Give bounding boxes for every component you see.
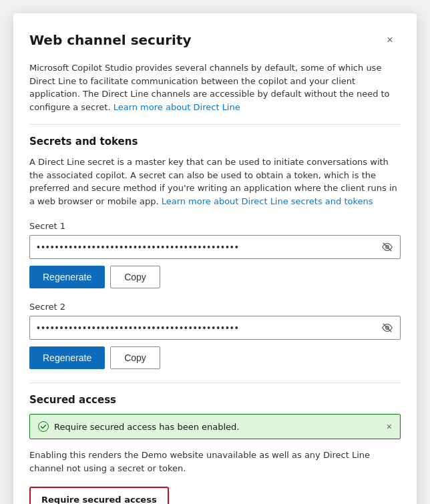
eye-icon	[381, 322, 393, 334]
web-channel-security-modal: Web channel security × Microsoft Copilot…	[13, 13, 417, 504]
secret1-input-row	[29, 235, 401, 259]
secured-access-desc: Enabling this renders the Demo website u…	[29, 449, 401, 475]
secret1-group: Secret 1 Regenerate Copy	[29, 221, 401, 288]
eye-icon	[381, 241, 393, 253]
intro-text: Microsoft Copilot Studio provides severa…	[29, 61, 401, 113]
divider-2	[29, 383, 401, 383]
secret2-group: Secret 2 Regenerate Copy	[29, 302, 401, 369]
secured-access-title: Secured access	[29, 394, 401, 406]
banner-close-icon: ×	[387, 421, 392, 432]
secret2-regenerate-button[interactable]: Regenerate	[29, 346, 105, 369]
learn-more-direct-line-link[interactable]: Learn more about Direct Line	[114, 102, 240, 112]
divider-1	[29, 124, 401, 125]
modal-title: Web channel security	[29, 32, 192, 48]
secret2-copy-button[interactable]: Copy	[110, 346, 160, 369]
secret1-btn-row: Regenerate Copy	[29, 266, 401, 288]
close-icon: ×	[387, 34, 393, 46]
secret1-copy-button[interactable]: Copy	[110, 266, 160, 288]
svg-point-4	[39, 422, 49, 432]
secret1-input[interactable]	[30, 242, 375, 252]
close-button[interactable]: ×	[379, 29, 401, 51]
secret2-input-row	[29, 316, 401, 340]
secret1-label: Secret 1	[29, 221, 401, 231]
secret2-btn-row: Regenerate Copy	[29, 346, 401, 369]
secret2-reveal-button[interactable]	[375, 322, 400, 334]
secured-access-section: Secured access Require secured access ha…	[29, 394, 401, 504]
secrets-section-title: Secrets and tokens	[29, 136, 401, 148]
success-banner-content: Require secured access has been enabled.	[38, 421, 239, 432]
success-banner-text: Require secured access has been enabled.	[54, 422, 239, 432]
require-access-label: Require secured access	[41, 495, 157, 504]
modal-header: Web channel security ×	[29, 29, 401, 51]
success-icon	[38, 421, 49, 432]
secrets-section: Secrets and tokens A Direct Line secret …	[29, 136, 401, 369]
secret1-reveal-button[interactable]	[375, 241, 400, 253]
success-banner: Require secured access has been enabled.…	[29, 414, 401, 439]
learn-more-secrets-link[interactable]: Learn more about Direct Line secrets and…	[162, 196, 373, 206]
secrets-section-desc: A Direct Line secret is a master key tha…	[29, 156, 401, 208]
secret2-label: Secret 2	[29, 302, 401, 312]
secret2-input[interactable]	[30, 322, 375, 333]
secret1-regenerate-button[interactable]: Regenerate	[29, 266, 105, 288]
banner-close-button[interactable]: ×	[387, 421, 392, 432]
require-access-box: Require secured access Enabled	[29, 487, 169, 504]
